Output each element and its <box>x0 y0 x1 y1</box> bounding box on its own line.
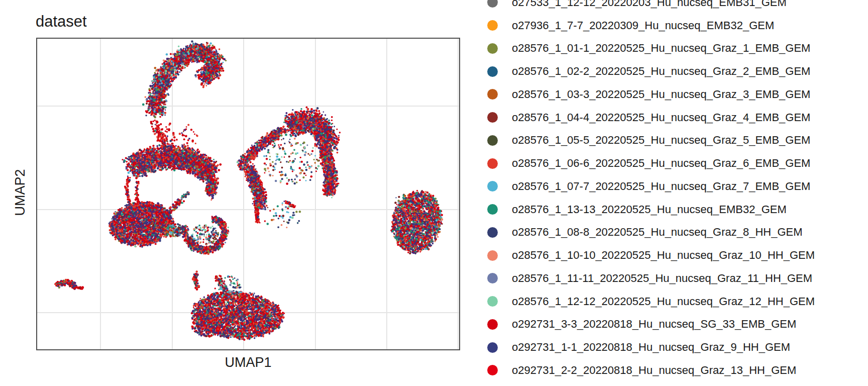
legend-item: o28576_1_02-2_20220525_Hu_nucseq_Graz_2_… <box>487 60 815 83</box>
umap-scatter-canvas <box>36 38 460 350</box>
x-axis-label: UMAP1 <box>36 355 460 370</box>
legend-item: o292731_3-3_20220818_Hu_nucseq_SG_33_EMB… <box>487 313 815 336</box>
legend-item: o292731_1-1_20220818_Hu_nucseq_Graz_9_HH… <box>487 336 815 359</box>
legend-color-dot <box>487 342 498 353</box>
y-axis-label: UMAP2 <box>13 169 28 216</box>
legend-color-dot <box>487 158 498 169</box>
legend-item-label: o28576_1_06-6_20220525_Hu_nucseq_Graz_6_… <box>512 157 810 170</box>
legend-item-label: o28576_1_04-4_20220525_Hu_nucseq_Graz_4_… <box>512 111 810 124</box>
legend-item: o28576_1_01-1_20220525_Hu_nucseq_Graz_1_… <box>487 37 815 60</box>
legend-item-label: o28576_1_01-1_20220525_Hu_nucseq_Graz_1_… <box>512 42 810 55</box>
legend-color-dot <box>487 319 498 330</box>
legend-color-dot <box>487 66 498 77</box>
legend-item-label: o292731_3-3_20220818_Hu_nucseq_SG_33_EMB… <box>512 318 796 331</box>
legend-item: o27936_1_7-7_20220309_Hu_nucseq_EMB32_GE… <box>487 14 815 37</box>
legend-item-label: o28576_1_03-3_20220525_Hu_nucseq_Graz_3_… <box>512 88 810 101</box>
legend-item-label: o28576_1_10-10_20220525_Hu_nucseq_Graz_1… <box>512 249 815 262</box>
legend-item: o28576_1_08-8_20220525_Hu_nucseq_Graz_8_… <box>487 221 815 244</box>
plot-title: dataset <box>36 13 87 31</box>
legend-item: o292731_2-2_20220818_Hu_nucseq_Graz_13_H… <box>487 359 815 382</box>
legend-item: o28576_1_13-13_20220525_Hu_nucseq_EMB32_… <box>487 198 815 221</box>
legend-color-dot <box>487 365 498 375</box>
legend-item: o28576_1_04-4_20220525_Hu_nucseq_Graz_4_… <box>487 106 815 129</box>
legend-item: o27533_1_12-12_20220203_Hu_nucseq_EMB31_… <box>487 0 815 14</box>
legend-item: o28576_1_07-7_20220525_Hu_nucseq_Graz_7_… <box>487 175 815 198</box>
legend-color-dot <box>487 273 498 283</box>
legend-item-label: o28576_1_11-11_20220525_Hu_nucseq_Graz_1… <box>512 272 812 285</box>
legend-item: o28576_1_05-5_20220525_Hu_nucseq_Graz_5_… <box>487 129 815 152</box>
legend-color-dot <box>487 204 498 215</box>
legend-item-label: o28576_1_07-7_20220525_Hu_nucseq_Graz_7_… <box>512 180 810 193</box>
legend-color-dot <box>487 0 498 8</box>
legend-color-dot <box>487 227 498 238</box>
legend: o27533_1_12-12_20220203_Hu_nucseq_EMB31_… <box>487 0 815 382</box>
legend-item-label: o28576_1_08-8_20220525_Hu_nucseq_Graz_8_… <box>512 226 803 239</box>
legend-color-dot <box>487 89 498 100</box>
legend-item-label: o28576_1_05-5_20220525_Hu_nucseq_Graz_5_… <box>512 134 810 147</box>
legend-item: o28576_1_12-12_20220525_Hu_nucseq_Graz_1… <box>487 290 815 313</box>
legend-item-label: o27936_1_7-7_20220309_Hu_nucseq_EMB32_GE… <box>512 19 774 32</box>
legend-color-dot <box>487 296 498 307</box>
legend-color-dot <box>487 112 498 123</box>
legend-item: o28576_1_10-10_20220525_Hu_nucseq_Graz_1… <box>487 244 815 267</box>
legend-color-dot <box>487 181 498 191</box>
legend-color-dot <box>487 43 498 54</box>
plot-panel <box>36 38 460 350</box>
legend-color-dot <box>487 250 498 261</box>
legend-item-label: o292731_2-2_20220818_Hu_nucseq_Graz_13_H… <box>512 364 796 377</box>
legend-item: o28576_1_06-6_20220525_Hu_nucseq_Graz_6_… <box>487 152 815 175</box>
legend-item-label: o28576_1_02-2_20220525_Hu_nucseq_Graz_2_… <box>512 65 810 78</box>
legend-item-label: o28576_1_12-12_20220525_Hu_nucseq_Graz_1… <box>512 295 815 308</box>
legend-item-label: o292731_1-1_20220818_Hu_nucseq_Graz_9_HH… <box>512 341 790 354</box>
legend-item: o28576_1_11-11_20220525_Hu_nucseq_Graz_1… <box>487 267 815 290</box>
legend-item-label: o28576_1_13-13_20220525_Hu_nucseq_EMB32_… <box>512 203 787 216</box>
legend-color-dot <box>487 135 498 146</box>
legend-item-label: o27533_1_12-12_20220203_Hu_nucseq_EMB31_… <box>512 0 787 9</box>
legend-item: o28576_1_03-3_20220525_Hu_nucseq_Graz_3_… <box>487 83 815 106</box>
legend-color-dot <box>487 20 498 31</box>
